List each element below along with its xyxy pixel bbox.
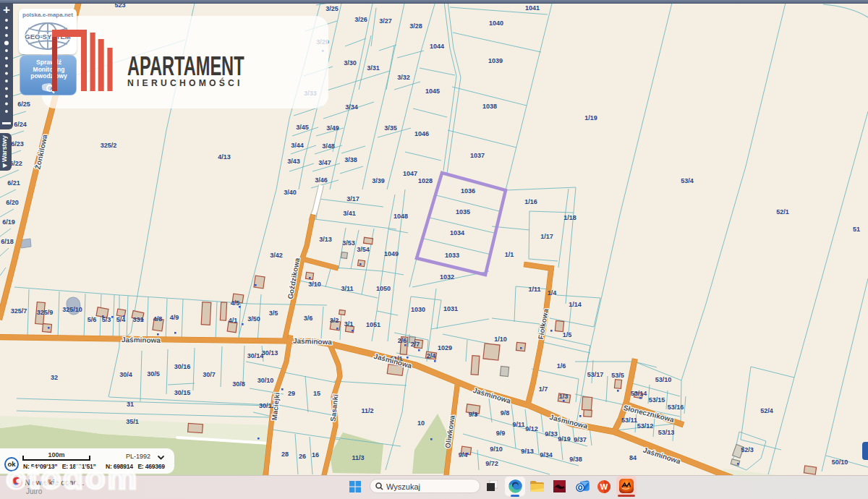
svg-text:3/53: 3/53 bbox=[342, 239, 355, 247]
svg-text:6/18: 6/18 bbox=[1, 238, 14, 245]
svg-text:1051: 1051 bbox=[366, 321, 380, 328]
svg-text:53/4: 53/4 bbox=[681, 177, 694, 184]
svg-text:9/12: 9/12 bbox=[525, 425, 538, 432]
svg-text:331: 331 bbox=[132, 316, 143, 323]
svg-text:1046: 1046 bbox=[414, 130, 429, 137]
svg-text:9/13: 9/13 bbox=[521, 448, 534, 455]
svg-text:3/46: 3/46 bbox=[315, 176, 328, 184]
svg-text:325/2: 325/2 bbox=[101, 142, 117, 149]
svg-text:3/35: 3/35 bbox=[384, 124, 397, 132]
svg-text:53/16: 53/16 bbox=[668, 404, 684, 411]
svg-text:53/5: 53/5 bbox=[611, 372, 624, 379]
svg-text:1039: 1039 bbox=[488, 57, 503, 64]
svg-text:9/11: 9/11 bbox=[512, 421, 524, 428]
svg-text:4/5: 4/5 bbox=[231, 299, 240, 307]
svg-text:9/8: 9/8 bbox=[501, 409, 510, 417]
svg-text:1050: 1050 bbox=[376, 285, 391, 292]
svg-text:1/7: 1/7 bbox=[539, 385, 548, 393]
svg-text:5/4: 5/4 bbox=[116, 316, 126, 323]
svg-text:30/10: 30/10 bbox=[258, 377, 274, 384]
svg-text:3/44: 3/44 bbox=[291, 142, 304, 149]
svg-text:W: W bbox=[600, 482, 608, 491]
svg-text:3/17: 3/17 bbox=[346, 195, 359, 202]
svg-text:1033: 1033 bbox=[445, 252, 459, 259]
svg-text:30/16: 30/16 bbox=[174, 363, 191, 370]
svg-text:1047: 1047 bbox=[403, 170, 417, 177]
svg-text:28: 28 bbox=[281, 451, 289, 458]
svg-text:6/19: 6/19 bbox=[2, 218, 15, 226]
svg-text:30/15: 30/15 bbox=[174, 389, 191, 396]
svg-text:3/32: 3/32 bbox=[397, 74, 410, 81]
svg-text:1035: 1035 bbox=[456, 208, 470, 216]
svg-text:1/17: 1/17 bbox=[540, 233, 553, 240]
svg-text:3/54: 3/54 bbox=[357, 246, 370, 253]
svg-text:3/5: 3/5 bbox=[269, 310, 278, 317]
svg-text:6/20: 6/20 bbox=[6, 199, 19, 206]
svg-text:6/21: 6/21 bbox=[7, 179, 20, 187]
svg-text:3/26: 3/26 bbox=[354, 16, 367, 23]
svg-text:1040: 1040 bbox=[489, 20, 503, 27]
svg-text:1028: 1028 bbox=[418, 177, 433, 184]
svg-text:4/9: 4/9 bbox=[170, 314, 179, 321]
svg-text:1/10: 1/10 bbox=[494, 336, 507, 343]
svg-text:2/7: 2/7 bbox=[411, 341, 420, 348]
svg-text:10: 10 bbox=[417, 419, 425, 427]
svg-text:3/11: 3/11 bbox=[341, 285, 353, 292]
svg-text:31: 31 bbox=[127, 401, 134, 408]
svg-text:84: 84 bbox=[629, 454, 637, 461]
svg-text:3/34: 3/34 bbox=[345, 103, 358, 111]
svg-text:15: 15 bbox=[313, 390, 320, 397]
svg-text:9/3: 9/3 bbox=[469, 411, 478, 418]
svg-text:11/3: 11/3 bbox=[352, 454, 364, 461]
svg-text:325/9: 325/9 bbox=[37, 309, 54, 316]
svg-text:53/11: 53/11 bbox=[621, 417, 637, 424]
svg-text:3/27: 3/27 bbox=[379, 17, 392, 25]
svg-text:6/25: 6/25 bbox=[17, 101, 30, 108]
svg-text:3/28: 3/28 bbox=[409, 22, 422, 30]
svg-text:3/43: 3/43 bbox=[287, 158, 300, 165]
svg-text:3/30: 3/30 bbox=[344, 59, 357, 67]
svg-text:53/10: 53/10 bbox=[655, 376, 672, 383]
svg-text:50/10: 50/10 bbox=[832, 459, 848, 466]
svg-text:3/2: 3/2 bbox=[330, 317, 339, 324]
svg-text:4/8: 4/8 bbox=[153, 315, 163, 323]
svg-text:1/19: 1/19 bbox=[584, 114, 597, 121]
svg-text:4/13: 4/13 bbox=[218, 153, 231, 161]
svg-text:3/31: 3/31 bbox=[367, 64, 380, 72]
svg-text:9/9: 9/9 bbox=[496, 430, 506, 437]
svg-text:3/38: 3/38 bbox=[344, 156, 357, 163]
svg-text:30/13: 30/13 bbox=[262, 349, 278, 357]
svg-text:1031: 1031 bbox=[443, 305, 458, 312]
svg-text:3/47: 3/47 bbox=[318, 159, 331, 166]
svg-text:3/50: 3/50 bbox=[247, 315, 260, 323]
svg-text:3/40: 3/40 bbox=[284, 189, 297, 196]
svg-text:53/13: 53/13 bbox=[658, 429, 675, 436]
svg-text:1/11: 1/11 bbox=[528, 286, 540, 293]
svg-text:2/6: 2/6 bbox=[398, 337, 407, 344]
svg-text:3/13: 3/13 bbox=[319, 236, 332, 243]
svg-text:Jaśminowa: Jaśminowa bbox=[122, 336, 161, 344]
svg-text:325/7: 325/7 bbox=[11, 307, 27, 315]
svg-text:1/18: 1/18 bbox=[563, 214, 576, 221]
svg-text:1029: 1029 bbox=[438, 344, 452, 351]
svg-text:1036: 1036 bbox=[461, 187, 475, 195]
svg-text:52/3: 52/3 bbox=[741, 446, 754, 453]
svg-text:1045: 1045 bbox=[425, 88, 440, 95]
svg-text:3/25: 3/25 bbox=[326, 5, 339, 12]
svg-text:1/6: 1/6 bbox=[557, 362, 566, 370]
svg-text:1/16: 1/16 bbox=[524, 198, 537, 205]
svg-text:11/2: 11/2 bbox=[361, 407, 373, 414]
svg-text:9/38: 9/38 bbox=[569, 456, 582, 463]
svg-text:9/33: 9/33 bbox=[545, 430, 558, 438]
svg-text:35/1: 35/1 bbox=[126, 418, 139, 425]
svg-text:3/1: 3/1 bbox=[344, 320, 354, 328]
svg-text:16: 16 bbox=[312, 451, 319, 459]
svg-text:1041: 1041 bbox=[525, 4, 540, 12]
svg-text:1034: 1034 bbox=[450, 229, 464, 236]
svg-text:9/34: 9/34 bbox=[540, 451, 553, 459]
svg-text:30/7: 30/7 bbox=[203, 371, 216, 378]
svg-text:26: 26 bbox=[299, 453, 306, 460]
svg-text:52/4: 52/4 bbox=[760, 407, 773, 414]
svg-text:30/4: 30/4 bbox=[119, 371, 132, 378]
svg-text:53/15: 53/15 bbox=[649, 396, 665, 404]
